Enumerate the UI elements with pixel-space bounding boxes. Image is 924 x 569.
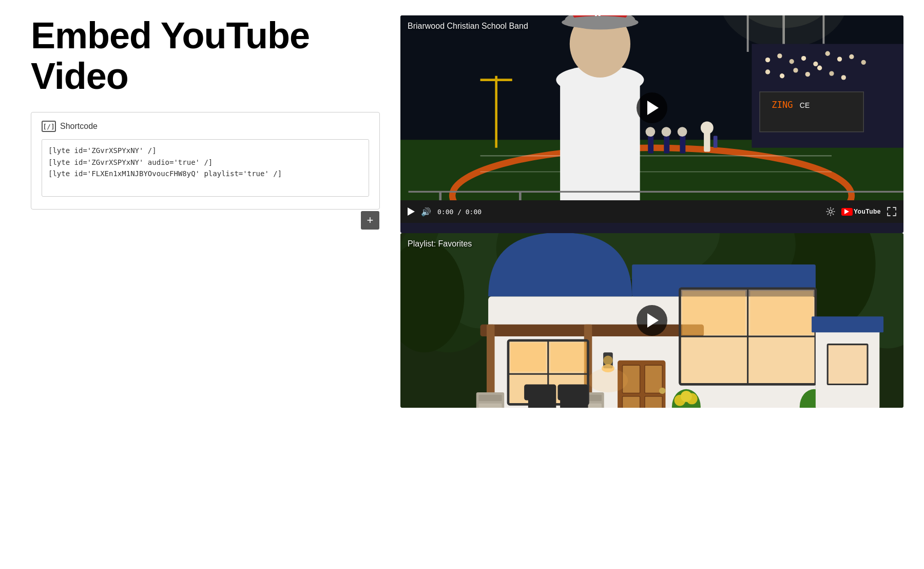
svg-rect-37 (714, 136, 718, 147)
controls-fullscreen-icon[interactable] (887, 207, 896, 216)
svg-rect-86 (645, 396, 662, 408)
svg-point-50 (562, 16, 638, 29)
svg-point-20 (813, 62, 818, 66)
yt-logo-text: YouTube (854, 208, 881, 215)
svg-point-18 (790, 59, 794, 64)
controls-time: 0:00 / 0:00 (437, 208, 482, 216)
svg-point-25 (765, 69, 770, 74)
video-1-title: Briarwood Christian School Band (408, 22, 528, 31)
shortcode-header: [/] Shortcode (42, 121, 369, 132)
video-2-thumbnail: Playlist: Favorites (400, 233, 903, 408)
svg-rect-100 (682, 291, 745, 335)
svg-point-41 (662, 127, 671, 137)
add-button[interactable]: + (361, 211, 379, 230)
video-2-title: Playlist: Favorites (408, 239, 472, 249)
shortcode-textarea[interactable]: [lyte id='ZGvrXSPYxNY' /] [lyte id='ZGvr… (42, 139, 369, 197)
svg-point-56 (829, 210, 832, 213)
svg-rect-76 (478, 395, 502, 401)
controls-youtube-logo: YouTube (841, 208, 881, 216)
svg-point-23 (849, 54, 854, 59)
svg-point-28 (805, 72, 810, 77)
shortcode-bracket-icon: [/] (42, 121, 56, 132)
svg-rect-40 (664, 136, 669, 153)
play-icon-2 (647, 313, 659, 328)
play-icon (647, 101, 659, 115)
video-2-play-button[interactable] (637, 305, 667, 336)
shortcode-block: [/] Shortcode [lyte id='ZGvrXSPYxNY' /] … (31, 112, 380, 210)
svg-point-90 (603, 355, 613, 365)
svg-point-26 (780, 73, 784, 78)
svg-point-87 (659, 388, 665, 394)
svg-rect-38 (648, 136, 653, 153)
svg-rect-35 (704, 132, 710, 152)
svg-rect-105 (557, 384, 588, 400)
svg-rect-116 (812, 316, 883, 332)
svg-rect-77 (478, 404, 502, 408)
shortcode-label: Shortcode (60, 122, 98, 131)
svg-point-110 (681, 391, 692, 402)
svg-rect-32 (760, 92, 863, 132)
svg-rect-96 (550, 343, 585, 372)
yt-logo-play-icon (844, 209, 849, 214)
svg-point-29 (817, 66, 822, 70)
svg-point-16 (765, 58, 770, 62)
svg-point-30 (829, 71, 834, 75)
svg-text:CE: CE (800, 101, 810, 109)
svg-point-36 (701, 121, 714, 134)
svg-point-31 (841, 75, 846, 80)
svg-point-39 (646, 127, 656, 137)
svg-text:ZING: ZING (772, 100, 793, 110)
controls-volume-icon[interactable]: 🔊 (421, 207, 431, 217)
svg-rect-85 (622, 396, 640, 408)
svg-point-22 (837, 56, 842, 61)
svg-rect-42 (680, 136, 685, 153)
svg-rect-117 (827, 345, 868, 385)
controls-settings-icon[interactable] (826, 207, 835, 216)
left-panel: Embed YouTube Video [/] Shortcode [lyte … (31, 15, 400, 210)
page-title: Embed YouTube Video (31, 15, 380, 97)
video-1-controls: 🔊 0:00 / 0:00 YouTube (400, 200, 903, 223)
video-1-thumbnail: ZING CE (400, 15, 903, 200)
svg-point-27 (793, 68, 798, 72)
video-1-play-button[interactable] (637, 92, 667, 123)
svg-point-19 (801, 56, 806, 61)
right-panel: ZING CE (400, 15, 903, 408)
controls-play-icon[interactable] (408, 207, 415, 216)
svg-rect-101 (750, 291, 813, 335)
svg-rect-103 (524, 384, 556, 400)
yt-logo-box (841, 208, 853, 216)
svg-point-24 (861, 60, 866, 65)
svg-point-43 (678, 127, 687, 137)
video-1-container: ZING CE (400, 15, 903, 233)
svg-rect-95 (511, 343, 546, 372)
svg-point-17 (777, 53, 782, 58)
svg-point-91 (588, 368, 628, 392)
svg-point-21 (825, 51, 830, 56)
video-2-container: Playlist: Favorites (400, 233, 903, 408)
svg-rect-44 (560, 76, 640, 200)
